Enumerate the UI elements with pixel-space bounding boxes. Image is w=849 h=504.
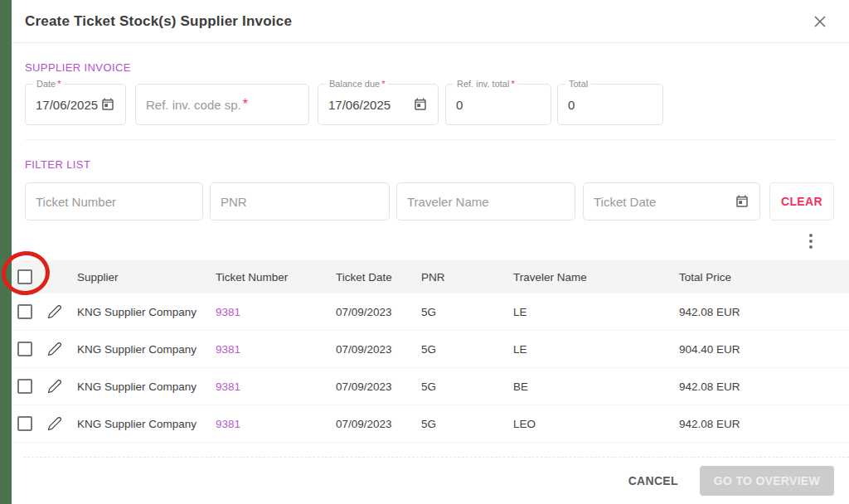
col-supplier: Supplier	[77, 271, 216, 284]
balance-due-field[interactable]: Balance due* 17/06/2025	[318, 84, 439, 125]
row-checkbox[interactable]	[17, 416, 32, 431]
cell-pnr: 5G	[421, 418, 513, 430]
table-header-row: Supplier Ticket Number Ticket Date PNR T…	[12, 260, 849, 293]
cell-traveler-name: LE	[513, 343, 679, 356]
row-checkbox[interactable]	[17, 379, 32, 394]
dialog-footer: CANCEL GO TO OVERVIEW	[23, 457, 849, 504]
ref-inv-code-field[interactable]: Ref. inv. code sp.*	[135, 84, 309, 125]
cell-supplier: KNG Supplier Company	[77, 380, 216, 393]
total-field[interactable]: Total 0	[557, 84, 663, 125]
cell-supplier: KNG Supplier Company	[77, 306, 216, 318]
ref-inv-total-value: 0	[456, 98, 463, 112]
balance-due-value: 17/06/2025	[328, 98, 391, 112]
ref-inv-code-placeholder: Ref. inv. code sp.	[146, 98, 241, 112]
table-row: KNG Supplier Company 9381 07/09/2023 5G …	[12, 368, 849, 405]
close-icon[interactable]	[809, 11, 831, 32]
col-pnr: PNR	[421, 271, 513, 284]
filter-list-section-label: FILTER LIST	[25, 158, 836, 171]
cell-ticket-number[interactable]: 9381	[216, 343, 336, 356]
date-field[interactable]: Date* 17/06/2025	[25, 84, 126, 125]
clear-button[interactable]: CLEAR	[769, 182, 834, 220]
more-options-icon[interactable]	[808, 232, 814, 250]
cell-total-price: 942.08 EUR	[679, 306, 849, 318]
date-field-label: Date	[36, 79, 56, 89]
ticket-number-filter-input[interactable]: Ticket Number	[25, 182, 203, 220]
traveler-name-filter-input[interactable]: Traveler Name	[396, 182, 575, 220]
supplier-invoice-fields: Date* 17/06/2025 Ref. inv. code sp.* Bal…	[25, 84, 836, 125]
cell-ticket-number[interactable]: 9381	[216, 418, 336, 430]
cell-ticket-date: 07/09/2023	[336, 306, 421, 318]
cell-pnr: 5G	[421, 343, 513, 356]
ref-inv-total-label: Ref. inv. total	[457, 79, 509, 89]
cell-ticket-number[interactable]: 9381	[216, 306, 336, 318]
cell-ticket-number[interactable]: 9381	[216, 380, 336, 393]
balance-due-label: Balance due	[329, 79, 380, 89]
cell-ticket-date: 07/09/2023	[336, 418, 421, 430]
dialog-titlebar: Create Ticket Stock(s) Supplier Invoice	[12, 0, 849, 43]
cell-ticket-date: 07/09/2023	[336, 380, 421, 393]
row-checkbox[interactable]	[17, 342, 32, 356]
calendar-icon[interactable]	[413, 97, 428, 112]
col-total-price: Total Price	[679, 271, 849, 284]
table-menu-row	[25, 220, 836, 250]
supplier-invoice-section-label: SUPPLIER INVOICE	[25, 61, 836, 74]
cell-pnr: 5G	[421, 380, 513, 393]
table-row: KNG Supplier Company 9381 07/09/2023 5G …	[12, 405, 849, 443]
total-value: 0	[568, 98, 575, 112]
cell-supplier: KNG Supplier Company	[77, 418, 216, 430]
cell-total-price: 904.40 EUR	[679, 343, 849, 356]
table-row: KNG Supplier Company 9381 07/09/2023 5G …	[12, 293, 849, 331]
calendar-icon[interactable]	[100, 97, 115, 112]
dialog-title: Create Ticket Stock(s) Supplier Invoice	[25, 13, 292, 30]
edit-icon[interactable]	[47, 304, 77, 319]
cell-total-price: 942.08 EUR	[679, 380, 849, 393]
create-supplier-invoice-dialog: Create Ticket Stock(s) Supplier Invoice …	[12, 0, 849, 504]
left-green-strip	[0, 0, 12, 504]
calendar-icon[interactable]	[735, 194, 750, 209]
filter-fields: Ticket Number PNR Traveler Name Ticket D…	[25, 182, 836, 220]
cell-supplier: KNG Supplier Company	[77, 343, 216, 356]
date-field-value: 17/06/2025	[36, 98, 98, 112]
cell-traveler-name: LEO	[513, 418, 679, 430]
cancel-button[interactable]: CANCEL	[619, 468, 688, 494]
row-checkbox[interactable]	[17, 304, 32, 319]
ref-inv-total-field[interactable]: Ref. inv. total* 0	[445, 84, 551, 125]
go-to-overview-button[interactable]: GO TO OVERVIEW	[700, 466, 834, 496]
pnr-filter-input[interactable]: PNR	[210, 182, 390, 220]
select-all-checkbox[interactable]	[17, 269, 32, 284]
edit-icon[interactable]	[47, 416, 77, 431]
col-ticket-date: Ticket Date	[336, 271, 421, 284]
col-traveler-name: Traveler Name	[513, 271, 679, 284]
ticket-date-filter-input[interactable]: Ticket Date	[583, 182, 760, 220]
cell-ticket-date: 07/09/2023	[336, 343, 421, 356]
cell-pnr: 5G	[421, 306, 513, 318]
table-row: KNG Supplier Company 9381 07/09/2023 5G …	[12, 331, 849, 368]
cell-traveler-name: BE	[513, 380, 679, 393]
cell-traveler-name: LE	[513, 306, 679, 318]
section-divider	[25, 139, 836, 140]
total-label: Total	[569, 79, 588, 89]
edit-icon[interactable]	[47, 342, 77, 356]
edit-icon[interactable]	[47, 379, 77, 394]
cell-total-price: 942.08 EUR	[679, 418, 849, 430]
col-ticket-number: Ticket Number	[216, 271, 336, 284]
